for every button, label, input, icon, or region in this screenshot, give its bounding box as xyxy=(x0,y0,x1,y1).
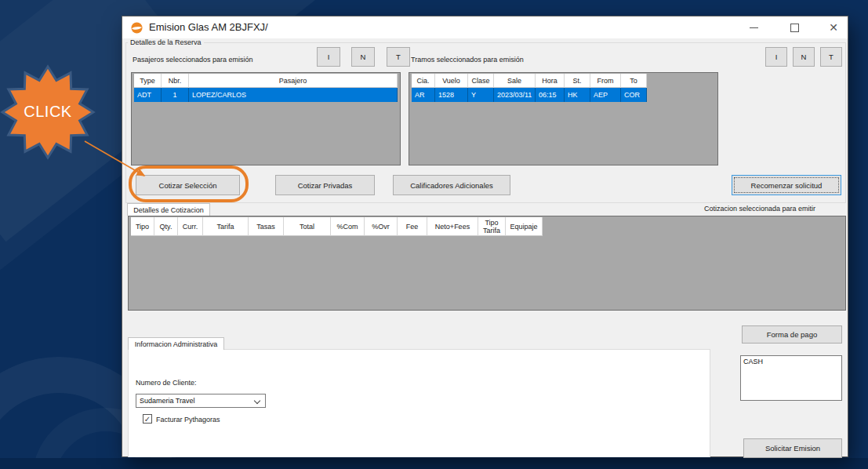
recomenzar-solicitud-button[interactable]: Recomenzar solicitud xyxy=(732,175,841,195)
tramos-table: Cia. Vuelo Clase Sale Hora St. From To A… xyxy=(409,72,718,165)
column-header: %Com xyxy=(331,217,365,236)
column-header: Tasas xyxy=(249,217,284,236)
window-title: Emision Glas AM 2BJFXJ/ xyxy=(149,21,268,33)
column-header: Sale xyxy=(494,74,536,88)
tramos-filter-t-button[interactable]: T xyxy=(820,47,842,67)
maximize-icon xyxy=(790,24,799,32)
column-header: Pasajero xyxy=(189,74,398,88)
cell-from: AEP xyxy=(590,88,621,102)
pasajeros-selected-row[interactable]: ADT 1 LOPEZ/CARLOS xyxy=(134,88,398,102)
cell-sale: 2023/03/11 xyxy=(494,88,536,102)
pasajeros-filter-n-button[interactable]: N xyxy=(351,47,375,67)
column-header: Total xyxy=(284,217,331,236)
pasajeros-filter-t-button[interactable]: T xyxy=(387,47,410,67)
column-header: Tipo Tarifa xyxy=(478,217,506,236)
click-highlight-outline xyxy=(129,165,249,202)
forma-de-pago-button[interactable]: Forma de pago xyxy=(742,325,842,344)
cell-st: HK xyxy=(565,88,590,102)
numero-cliente-label: Numero de Cliente: xyxy=(136,379,197,387)
tramos-selected-row[interactable]: AR 1528 Y 2023/03/11 06:15 HK AEP COR xyxy=(412,88,647,102)
tramos-filter-n-button[interactable]: N xyxy=(793,47,815,67)
cotizacion-table: Tipo Qty. Curr. Tarifa Tasas Total %Com … xyxy=(128,216,846,311)
column-header: Type xyxy=(134,74,162,88)
cell-to: COR xyxy=(621,88,647,102)
minimize-button[interactable] xyxy=(740,16,767,38)
title-bar: Emision Glas AM 2BJFXJ/ ✕ xyxy=(122,16,848,38)
cell-clase: Y xyxy=(468,88,494,102)
column-header: Vuelo xyxy=(435,74,468,88)
pasajeros-table-header: Type Nbr. Pasajero xyxy=(134,74,398,88)
cell-pasajero: LOPEZ/CARLOS xyxy=(189,88,398,102)
pasajeros-table: Type Nbr. Pasajero ADT 1 LOPEZ/CARLOS xyxy=(131,72,401,165)
column-header: St. xyxy=(565,74,590,88)
maximize-button[interactable] xyxy=(781,16,808,38)
tramos-label: Tramos seleccionados para emisión xyxy=(411,56,524,64)
column-header: Tarifa xyxy=(203,217,249,236)
pasajeros-label: Pasajeros seleccionados para emisión xyxy=(133,56,253,64)
cell-nbr: 1 xyxy=(162,88,189,102)
column-header: Equipaje xyxy=(506,217,543,236)
minimize-icon xyxy=(750,27,758,28)
app-icon xyxy=(131,22,143,34)
column-header: Fee xyxy=(398,217,427,236)
background-bottom-strip xyxy=(0,458,868,469)
forma-pago-listbox[interactable]: CASH xyxy=(740,355,842,401)
list-item-cash[interactable]: CASH xyxy=(741,356,841,367)
column-header: Curr. xyxy=(178,217,203,236)
numero-cliente-select[interactable]: Sudameria Travel xyxy=(136,394,266,408)
facturar-pythagoras-label: Facturar Pythagoras xyxy=(156,416,220,424)
pasajeros-filter-i-button[interactable]: I xyxy=(317,47,340,67)
close-button[interactable]: ✕ xyxy=(820,16,847,38)
column-header: Hora xyxy=(536,74,565,88)
numero-cliente-value: Sudameria Travel xyxy=(140,397,195,405)
column-header: %Ovr xyxy=(365,217,398,236)
column-header: Nbr. xyxy=(162,74,189,88)
cell-vuelo: 1528 xyxy=(435,88,468,102)
cell-cia: AR xyxy=(412,88,435,102)
column-header: Tipo xyxy=(131,217,154,236)
tramos-table-header: Cia. Vuelo Clase Sale Hora St. From To xyxy=(412,74,647,88)
column-header: Neto+Fees xyxy=(427,217,478,236)
facturar-pythagoras-checkbox[interactable]: ✓ xyxy=(143,414,152,424)
chevron-down-icon xyxy=(254,398,260,404)
cell-hora: 06:15 xyxy=(536,88,565,102)
cell-type: ADT xyxy=(134,88,162,102)
calificadores-adicionales-button[interactable]: Calificadores Adicionales xyxy=(393,175,510,195)
tab-detalles-cotizacion[interactable]: Detalles de Cotizacion xyxy=(127,203,210,216)
column-header: From xyxy=(590,74,621,88)
cotizacion-seleccionada-label: Cotizacion seleccionada para emitir xyxy=(685,205,834,213)
cotizacion-table-header: Tipo Qty. Curr. Tarifa Tasas Total %Com … xyxy=(131,217,543,236)
reserva-group-label: Detalles de la Reserva xyxy=(128,38,204,46)
cotizar-privadas-button[interactable]: Cotizar Privadas xyxy=(275,175,375,195)
tab-informacion-administrativa[interactable]: Informacion Administrativa xyxy=(128,337,224,350)
tramos-filter-i-button[interactable]: I xyxy=(765,47,787,67)
column-header: To xyxy=(621,74,647,88)
column-header: Clase xyxy=(468,74,494,88)
click-annotation-label: CLICK xyxy=(0,103,99,121)
app-window: Emision Glas AM 2BJFXJ/ ✕ Detalles de la… xyxy=(122,16,848,457)
solicitar-emision-button[interactable]: Solicitar Emision xyxy=(743,438,842,458)
column-header: Cia. xyxy=(412,74,435,88)
column-header: Qty. xyxy=(154,217,178,236)
